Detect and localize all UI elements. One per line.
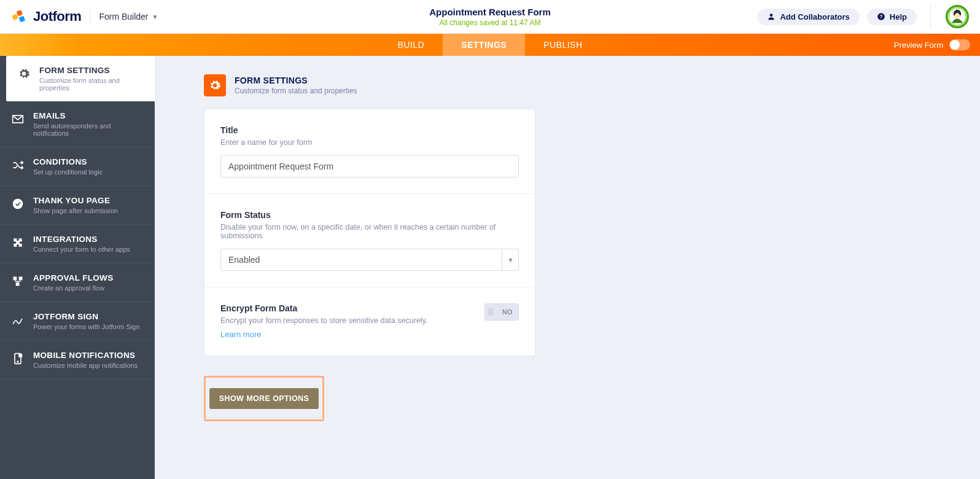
svg-point-8 bbox=[13, 199, 23, 209]
title-sub: Enter a name for your form bbox=[220, 138, 519, 147]
help-button[interactable]: ? Help bbox=[867, 9, 917, 25]
encrypt-toggle-label: NO bbox=[496, 308, 518, 316]
sidebar-item-desc: Customize form status and properties bbox=[39, 77, 144, 92]
sidebar-item-label: FORM SETTINGS bbox=[39, 66, 144, 75]
status-section: Form Status Disable your form now, on a … bbox=[204, 194, 535, 287]
status-label: Form Status bbox=[220, 210, 519, 220]
svg-rect-0 bbox=[12, 14, 18, 20]
section-title: FORM SETTINGS bbox=[235, 76, 357, 85]
svg-rect-1 bbox=[17, 10, 23, 16]
avatar[interactable] bbox=[946, 5, 969, 28]
main-nav: BUILD SETTINGS PUBLISH Preview Form bbox=[0, 34, 980, 56]
form-title-block: Appointment Request Form All changes sav… bbox=[429, 7, 551, 27]
status-sub: Disable your form now, on a specific dat… bbox=[220, 223, 519, 240]
sidebar-item-integrations[interactable]: INTEGRATIONS Connect your form to other … bbox=[0, 225, 155, 263]
gear-icon bbox=[17, 67, 31, 80]
show-more-options-button[interactable]: SHOW MORE OPTIONS bbox=[209, 388, 319, 409]
app-header: Jotform Form Builder ▼ Appointment Reque… bbox=[0, 0, 980, 34]
encrypt-toggle[interactable]: NO bbox=[484, 303, 519, 321]
add-collab-label: Add Collaborators bbox=[780, 12, 849, 21]
logo-mark-icon bbox=[11, 9, 27, 25]
svg-point-14 bbox=[18, 354, 23, 358]
preview-form-toggle: Preview Form bbox=[894, 34, 970, 56]
header-actions: Add Collaborators ? Help bbox=[757, 5, 969, 28]
sidebar-item-form-settings[interactable]: FORM SETTINGS Customize form status and … bbox=[6, 56, 155, 101]
encrypt-label: Encrypt Form Data bbox=[220, 303, 472, 313]
form-builder-label: Form Builder bbox=[99, 12, 148, 21]
tab-build[interactable]: BUILD bbox=[379, 34, 443, 56]
form-title: Appointment Request Form bbox=[429, 7, 551, 17]
title-section: Title Enter a name for your form bbox=[204, 109, 535, 194]
tab-settings[interactable]: SETTINGS bbox=[443, 34, 525, 56]
brand-name: Jotform bbox=[33, 9, 81, 25]
sidebar-item-jotform-sign[interactable]: JOTFORM SIGN Power your forms with Jotfo… bbox=[0, 302, 155, 341]
form-builder-dropdown[interactable]: Form Builder ▼ bbox=[99, 12, 158, 21]
sidebar-item-mobile-notifications[interactable]: MOBILE NOTIFICATIONS Customize mobile ap… bbox=[0, 341, 155, 380]
status-select[interactable]: Enabled bbox=[220, 249, 519, 271]
logo[interactable]: Jotform bbox=[11, 9, 81, 25]
svg-rect-2 bbox=[19, 16, 25, 22]
learn-more-link[interactable]: Learn more bbox=[220, 330, 261, 339]
shuffle-icon bbox=[11, 158, 25, 172]
sidebar-item-emails[interactable]: EMAILS Send autoresponders and notificat… bbox=[0, 101, 155, 147]
svg-point-3 bbox=[770, 14, 773, 17]
chevron-down-icon: ▼ bbox=[152, 14, 158, 20]
svg-rect-11 bbox=[16, 282, 20, 286]
show-more-highlight: SHOW MORE OPTIONS bbox=[204, 376, 324, 421]
encrypt-sub: Encrypt your form responses to store sen… bbox=[220, 316, 472, 325]
section-gear-icon bbox=[204, 74, 226, 96]
puzzle-icon bbox=[11, 236, 25, 249]
help-icon: ? bbox=[877, 12, 885, 21]
main-content: FORM SETTINGS Customize form status and … bbox=[155, 56, 980, 479]
svg-text:?: ? bbox=[879, 14, 882, 20]
preview-label: Preview Form bbox=[894, 41, 943, 50]
divider bbox=[930, 5, 931, 28]
user-icon bbox=[767, 12, 776, 21]
sidebar-item-approval-flows[interactable]: APPROVAL FLOWS Create an approval flow bbox=[0, 263, 155, 302]
add-collaborators-button[interactable]: Add Collaborators bbox=[757, 9, 859, 25]
svg-rect-10 bbox=[19, 277, 23, 281]
encrypt-section: Encrypt Form Data Encrypt your form resp… bbox=[204, 287, 535, 356]
title-label: Title bbox=[220, 125, 519, 135]
tab-publish[interactable]: PUBLISH bbox=[525, 34, 601, 56]
svg-point-13 bbox=[17, 361, 18, 362]
help-label: Help bbox=[890, 12, 907, 21]
save-status: All changes saved at 11:47 AM bbox=[429, 18, 551, 27]
flow-icon bbox=[11, 275, 25, 288]
settings-card: Title Enter a name for your form Form St… bbox=[204, 109, 535, 356]
body: FORM SETTINGS Customize form status and … bbox=[0, 56, 980, 479]
divider bbox=[90, 10, 90, 23]
preview-toggle[interactable] bbox=[949, 39, 970, 50]
sidebar-item-conditions[interactable]: CONDITIONS Set up conditional logic bbox=[0, 147, 155, 186]
sidebar-item-thank-you[interactable]: THANK YOU PAGE Show page after submissio… bbox=[0, 186, 155, 225]
settings-sidebar: FORM SETTINGS Customize form status and … bbox=[0, 56, 155, 479]
sign-icon bbox=[11, 313, 25, 327]
mobile-icon bbox=[11, 352, 25, 365]
check-circle-icon bbox=[11, 197, 25, 211]
svg-rect-9 bbox=[14, 277, 17, 281]
section-header: FORM SETTINGS Customize form status and … bbox=[204, 74, 955, 96]
nav-tabs: BUILD SETTINGS PUBLISH bbox=[379, 34, 601, 56]
mail-icon bbox=[11, 112, 25, 126]
section-desc: Customize form status and properties bbox=[235, 87, 357, 95]
title-input[interactable] bbox=[220, 155, 519, 177]
grip-icon bbox=[485, 308, 496, 316]
